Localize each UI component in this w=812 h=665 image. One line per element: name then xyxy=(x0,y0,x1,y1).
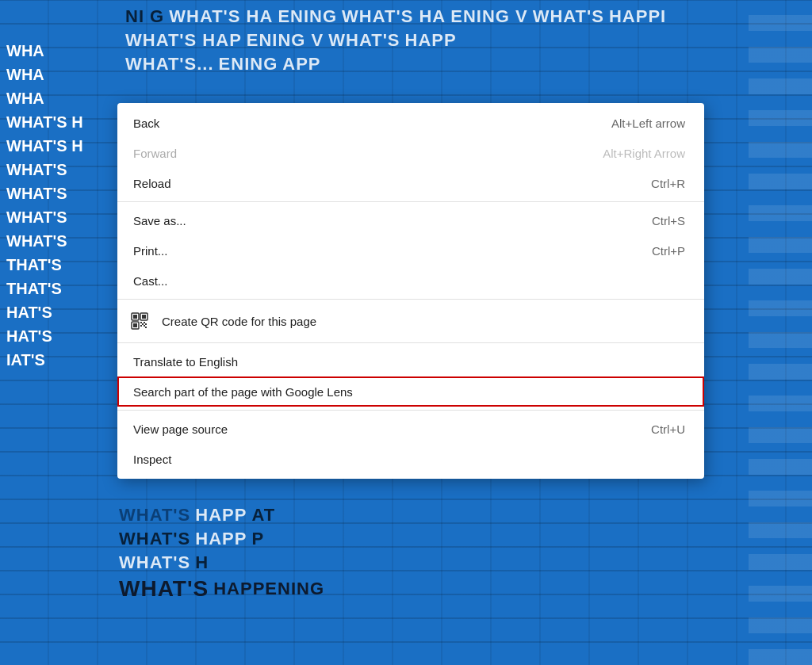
qr-code-icon xyxy=(128,310,151,332)
menu-item-forward[interactable]: Forward Alt+Right Arrow xyxy=(117,138,704,168)
menu-item-inspect[interactable]: Inspect xyxy=(117,444,704,474)
menu-item-reload-shortcut: Ctrl+R xyxy=(651,177,685,190)
svg-rect-10 xyxy=(142,323,144,325)
menu-item-create-qr-label: Create QR code for this page xyxy=(162,315,316,328)
menu-item-reload-label: Reload xyxy=(133,177,171,190)
menu-item-forward-label: Forward xyxy=(133,147,177,160)
menu-item-cast[interactable]: Cast... xyxy=(117,266,704,296)
context-menu: Back Alt+Left arrow Forward Alt+Right Ar… xyxy=(117,103,704,479)
left-panel: WHA WHA WHA WHAT'S H WHAT'S H WHAT'S WHA… xyxy=(0,0,123,665)
svg-rect-7 xyxy=(144,322,145,323)
divider-3 xyxy=(117,342,704,343)
menu-item-print-shortcut: Ctrl+P xyxy=(652,244,685,258)
svg-rect-11 xyxy=(145,323,147,325)
menu-item-back-shortcut: Alt+Left arrow xyxy=(611,117,685,130)
menu-item-reload[interactable]: Reload Ctrl+R xyxy=(117,168,704,198)
divider-1 xyxy=(117,201,704,202)
menu-item-create-qr[interactable]: Create QR code for this page xyxy=(117,303,704,339)
divider-2 xyxy=(117,299,704,300)
menu-item-inspect-label: Inspect xyxy=(133,453,171,466)
menu-item-view-source-label: View page source xyxy=(133,422,228,436)
menu-item-back-label: Back xyxy=(133,117,159,130)
svg-rect-3 xyxy=(142,315,146,319)
svg-rect-9 xyxy=(144,325,145,327)
menu-item-translate[interactable]: Translate to English xyxy=(117,346,704,376)
menu-item-back[interactable]: Back Alt+Left arrow xyxy=(117,108,704,138)
svg-rect-5 xyxy=(133,323,137,327)
svg-rect-6 xyxy=(140,322,142,323)
menu-item-forward-shortcut: Alt+Right Arrow xyxy=(603,147,685,160)
menu-item-view-source[interactable]: View page source Ctrl+U xyxy=(117,414,704,444)
menu-item-save-as[interactable]: Save as... Ctrl+S xyxy=(117,205,704,235)
svg-rect-8 xyxy=(140,325,142,327)
menu-item-cast-label: Cast... xyxy=(133,274,167,288)
menu-item-save-as-label: Save as... xyxy=(133,214,186,227)
svg-rect-1 xyxy=(133,315,137,319)
menu-item-google-lens-label: Search part of the page with Google Lens xyxy=(133,385,353,399)
menu-item-print-label: Print... xyxy=(133,244,167,258)
menu-item-translate-label: Translate to English xyxy=(133,355,238,369)
menu-item-view-source-shortcut: Ctrl+U xyxy=(651,422,685,436)
menu-item-save-as-shortcut: Ctrl+S xyxy=(652,214,685,227)
svg-rect-12 xyxy=(145,327,147,328)
menu-item-print[interactable]: Print... Ctrl+P xyxy=(117,235,704,266)
menu-item-google-lens[interactable]: Search part of the page with Google Lens xyxy=(117,376,704,407)
divider-4 xyxy=(117,410,704,411)
